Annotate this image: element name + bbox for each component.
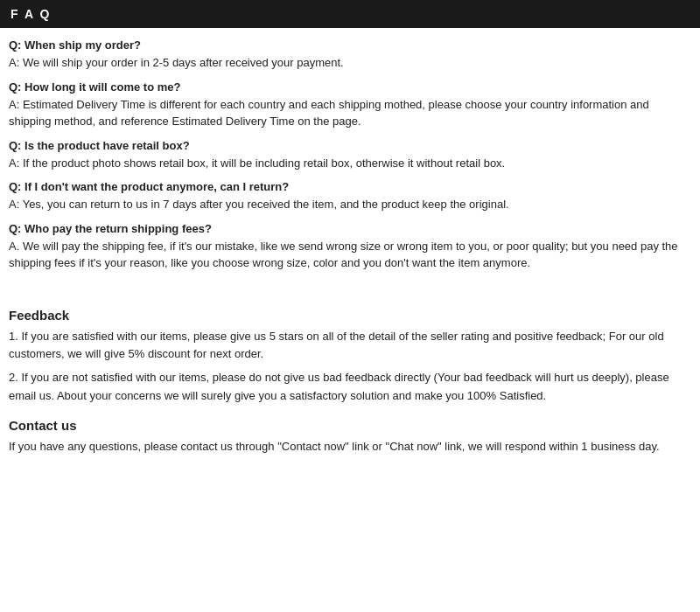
faq-header: F A Q — [0, 0, 700, 28]
feedback-point2: 2. If you are not satisfied with our ite… — [9, 369, 691, 406]
faq-answer-2: A: Estimated Delivery Time is different … — [9, 96, 691, 130]
content-area: Q: When ship my order? A: We will ship y… — [0, 37, 700, 464]
faq-question-4: Q: If I don't want the product anymore, … — [9, 180, 691, 193]
page-container: F A Q Q: When ship my order? A: We will … — [0, 0, 700, 464]
faq-answer-4: A: Yes, you can return to us in 7 days a… — [9, 196, 691, 213]
faq-item-1: Q: When ship my order? A: We will ship y… — [9, 38, 691, 72]
divider-feedback — [9, 281, 691, 294]
faq-question-5: Q: Who pay the return shipping fees? — [9, 222, 691, 235]
faq-answer-3: A: If the product photo shows retail box… — [9, 155, 691, 172]
faq-item-2: Q: How long it will come to me? A: Estim… — [9, 80, 691, 130]
faq-item-3: Q: Is the product have retail box? A: If… — [9, 139, 691, 172]
faq-item-4: Q: If I don't want the product anymore, … — [9, 180, 691, 213]
faq-answer-1: A: We will ship your order in 2-5 days a… — [9, 54, 691, 72]
feedback-title: Feedback — [9, 308, 691, 323]
contact-title: Contact us — [9, 418, 691, 433]
faq-question-3: Q: Is the product have retail box? — [9, 139, 691, 152]
contact-text: If you have any questions, please contac… — [9, 438, 691, 456]
faq-item-5: Q: Who pay the return shipping fees? A. … — [9, 222, 691, 272]
faq-header-title: F A Q — [10, 7, 51, 21]
faq-question-1: Q: When ship my order? — [9, 38, 691, 52]
faq-question-2: Q: How long it will come to me? — [9, 80, 691, 94]
faq-answer-5: A. We will pay the shipping fee, if it's… — [9, 238, 691, 272]
feedback-point1: 1. If you are satisfied with our items, … — [9, 328, 691, 365]
